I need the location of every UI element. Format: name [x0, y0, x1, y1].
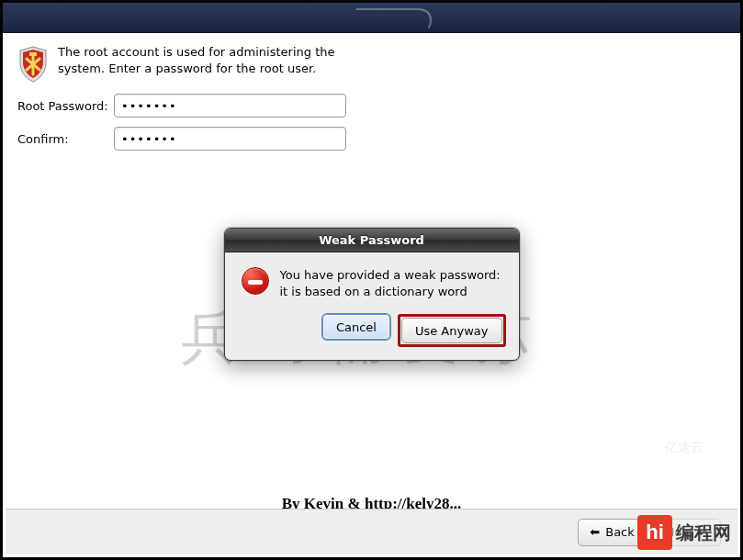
arrow-right-icon: ➡ — [699, 525, 709, 539]
back-button-label: Back — [605, 525, 635, 539]
root-password-input[interactable] — [114, 94, 346, 118]
root-password-label: Root Password: — [17, 99, 114, 113]
confirm-password-input[interactable] — [114, 127, 346, 151]
error-icon — [242, 267, 269, 295]
next-button[interactable]: Next ➡ — [654, 519, 721, 546]
use-anyway-button[interactable]: Use Anyway — [401, 318, 502, 343]
weak-password-dialog: Weak Password You have provided a weak p… — [224, 228, 520, 361]
faint-watermark: 亿速云 — [665, 440, 704, 456]
arrow-left-icon: ⬅ — [590, 525, 600, 539]
confirm-password-label: Confirm: — [17, 132, 114, 146]
dialog-title: Weak Password — [225, 229, 519, 252]
next-button-label: Next — [666, 525, 693, 539]
installer-header — [3, 3, 740, 33]
footer-bar: ⬅ Back Next ➡ — [6, 509, 737, 554]
header-decoration — [347, 8, 439, 28]
cancel-button[interactable]: Cancel — [322, 314, 390, 340]
back-button[interactable]: ⬅ Back — [578, 519, 646, 546]
shield-icon — [17, 46, 49, 83]
svg-rect-0 — [29, 52, 37, 56]
dialog-message: You have provided a weak password: it is… — [280, 267, 502, 299]
use-anyway-highlight: Use Anyway — [398, 314, 506, 347]
intro-text: The root account is used for administeri… — [58, 44, 343, 76]
